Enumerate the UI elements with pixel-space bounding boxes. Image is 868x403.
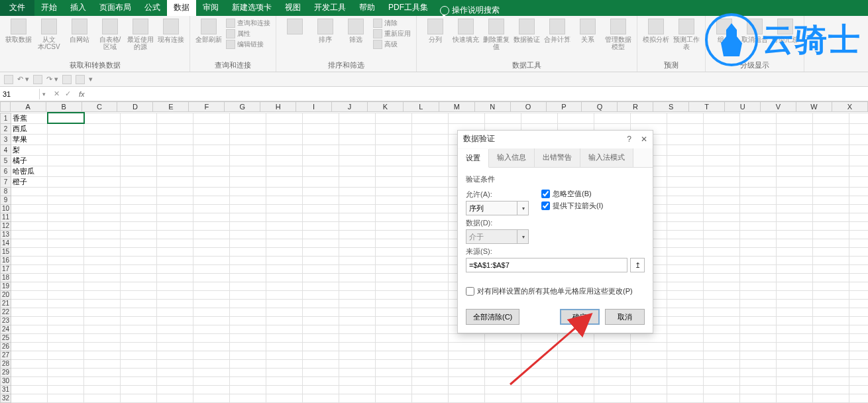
cell[interactable] [11,247,48,256]
cell[interactable] [48,376,84,385]
cell[interactable] [777,385,813,394]
cell[interactable] [740,376,777,385]
cell[interactable] [121,155,157,166]
cell[interactable] [740,247,777,256]
cell[interactable] [303,299,339,308]
cell[interactable] [704,333,740,342]
cell[interactable] [412,239,449,247]
cell[interactable] [376,204,412,213]
cell[interactable] [230,213,266,221]
cell[interactable] [376,134,412,144]
row-header[interactable]: 12 [1,221,11,230]
cell[interactable] [157,299,193,308]
row-header[interactable]: 14 [1,239,11,247]
cell[interactable] [303,247,339,256]
tab-insert[interactable]: 插入 [64,0,93,16]
cell[interactable] [667,134,704,144]
row-header[interactable]: 5 [1,155,11,166]
cell[interactable] [193,213,230,221]
cell[interactable] [11,264,48,273]
cell[interactable] [157,187,193,196]
cell[interactable] [48,316,84,325]
cell[interactable] [813,247,849,256]
cell[interactable] [11,282,48,290]
cell[interactable] [740,123,777,134]
cell[interactable] [412,221,449,230]
cell[interactable] [376,113,412,123]
cell[interactable] [157,113,193,123]
cell[interactable] [157,282,193,290]
cell[interactable] [777,359,813,368]
cell[interactable] [84,256,121,264]
cell[interactable] [121,144,157,155]
row-header[interactable]: 10 [1,204,11,213]
cell[interactable] [303,385,339,394]
cell[interactable] [449,394,485,402]
cell[interactable] [193,221,230,230]
cell[interactable] [376,308,412,316]
cell[interactable] [230,166,266,176]
cell[interactable] [449,113,485,123]
cell[interactable] [777,166,813,176]
cell[interactable] [777,187,813,196]
cell[interactable] [777,394,813,402]
cell[interactable] [813,359,849,368]
cell[interactable] [777,204,813,213]
cell[interactable] [193,256,230,264]
cell[interactable] [777,351,813,359]
cell[interactable] [631,333,667,342]
cell[interactable] [558,113,594,123]
cell[interactable] [303,368,339,376]
cell[interactable] [631,113,667,123]
cell[interactable]: 梨 [11,144,48,155]
cell[interactable] [376,290,412,299]
cell[interactable] [412,213,449,221]
cell[interactable] [376,256,412,264]
cell[interactable] [303,264,339,273]
cell[interactable] [84,282,121,290]
cell[interactable] [813,325,849,333]
cell[interactable] [667,316,704,325]
row-header[interactable]: 7 [1,176,11,187]
cell[interactable] [121,394,157,402]
cell[interactable] [449,376,485,385]
col-header[interactable]: M [439,101,475,112]
cell[interactable] [193,359,230,368]
cell[interactable] [84,368,121,376]
cell[interactable] [412,325,449,333]
cell[interactable] [339,196,376,204]
cell[interactable] [339,155,376,166]
cell[interactable] [11,368,48,376]
cell[interactable] [84,221,121,230]
cell[interactable] [813,264,849,273]
cell[interactable] [84,113,121,123]
cell[interactable] [704,196,740,204]
cell[interactable] [193,376,230,385]
row-header[interactable]: 32 [1,394,11,402]
cell[interactable] [849,368,869,376]
cell[interactable] [704,282,740,290]
row-header[interactable]: 26 [1,342,11,351]
col-header[interactable]: R [618,101,653,112]
cell[interactable] [303,196,339,204]
ignore-blank-checkbox[interactable] [541,190,550,198]
cell[interactable] [376,342,412,351]
cell[interactable] [667,308,704,316]
cell[interactable] [704,123,740,134]
cell[interactable] [11,359,48,368]
cell[interactable] [412,333,449,342]
tab-pagelayout[interactable]: 页面布局 [93,0,138,16]
cell[interactable] [230,273,266,282]
cell[interactable] [11,196,48,204]
cancel-icon[interactable]: ✕ [54,89,60,98]
cell[interactable] [339,308,376,316]
cell[interactable] [193,282,230,290]
cell[interactable] [339,247,376,256]
col-header[interactable]: W [796,101,832,112]
cell[interactable] [849,239,869,247]
close-icon[interactable]: ✕ [641,135,647,144]
cell[interactable] [11,351,48,359]
cell[interactable] [303,134,339,144]
cell[interactable] [11,187,48,196]
cell[interactable] [11,308,48,316]
